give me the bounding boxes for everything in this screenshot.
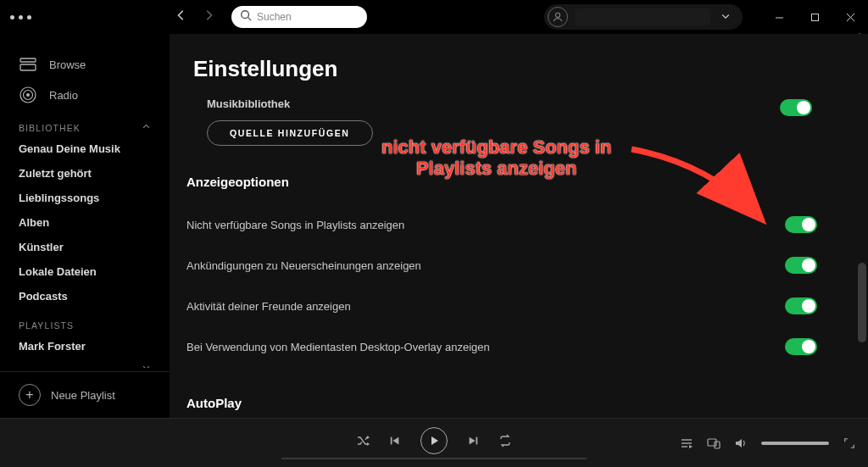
sidebar-section-playlists: PLAYLISTS (0, 309, 170, 334)
sidebar-item-liked-songs[interactable]: Lieblingssongs (0, 186, 170, 210)
section-header-autoplay: AutoPlay (186, 367, 817, 418)
sidebar-item-recently-played[interactable]: Zuletzt gehört (0, 161, 170, 186)
svg-rect-15 (476, 436, 478, 444)
repeat-button[interactable] (498, 434, 512, 448)
sidebar-playlist-item[interactable]: Mark Forster (0, 334, 170, 359)
shuffle-button[interactable] (356, 434, 370, 448)
sidebar-item-made-for-you[interactable]: Genau Deine Musik (0, 136, 170, 161)
sidebar-item-radio[interactable]: Radio (0, 80, 170, 110)
chevron-down-icon[interactable] (142, 360, 151, 368)
toggle-new-releases[interactable] (785, 257, 817, 274)
setting-row-friend-activity: Aktivität deiner Freunde anzeigen (186, 286, 817, 326)
toggle-musikbibliothek[interactable] (780, 99, 812, 116)
setting-row-unavailable-songs: Nicht verfügbare Songs in Playlists anze… (186, 204, 817, 245)
browse-icon (19, 55, 37, 74)
sidebar-item-podcasts[interactable]: Podcasts (0, 284, 170, 309)
plus-icon: + (19, 384, 41, 406)
sidebar: Browse Radio BIBLIOTHEK Genau Deine Musi… (0, 34, 170, 418)
window-minimize-button[interactable] (761, 2, 797, 32)
search-input[interactable] (257, 11, 384, 23)
svg-point-2 (555, 13, 559, 17)
fullscreen-button[interactable] (843, 436, 856, 450)
volume-slider[interactable] (761, 442, 829, 445)
scrollbar-thumb[interactable] (858, 263, 866, 342)
top-bar (0, 0, 868, 34)
sidebar-label: Radio (49, 89, 78, 102)
svg-point-0 (242, 11, 249, 19)
next-button[interactable] (466, 434, 480, 448)
progress-bar[interactable] (281, 458, 587, 459)
new-playlist-button[interactable]: + Neue Playlist (0, 372, 170, 418)
setting-label: Ankündigungen zu Neuerscheinungen anzeig… (186, 259, 421, 272)
window-close-button[interactable] (832, 2, 868, 32)
svg-marker-20 (689, 445, 693, 448)
setting-label-musikbibliothek: Musikbibliothek (186, 94, 290, 120)
svg-rect-7 (20, 58, 36, 62)
setting-label: Aktivität deiner Freunde anzeigen (186, 300, 351, 313)
section-header-display: Anzeigeoptionen (186, 146, 817, 204)
volume-button[interactable] (734, 436, 748, 450)
user-name-redacted (575, 8, 710, 25)
setting-row-desktop-overlay: Bei Verwendung von Medientasten Desktop-… (186, 326, 817, 367)
chevron-up-icon[interactable] (142, 122, 151, 133)
svg-rect-4 (811, 14, 818, 20)
window-maximize-button[interactable] (797, 2, 832, 32)
avatar-icon (548, 7, 568, 27)
svg-marker-16 (470, 436, 476, 444)
nav-back-button[interactable] (175, 9, 187, 25)
svg-rect-8 (20, 64, 36, 70)
add-source-button[interactable]: QUELLE HINZUFÜGEN (207, 120, 373, 146)
new-playlist-label: Neue Playlist (51, 389, 115, 402)
page-title: Einstellungen (186, 34, 817, 94)
svg-line-1 (248, 18, 252, 21)
toggle-desktop-overlay[interactable] (785, 338, 817, 355)
search-icon (240, 9, 252, 25)
menu-dots[interactable] (10, 15, 31, 19)
svg-marker-13 (392, 436, 398, 444)
sidebar-item-artists[interactable]: Künstler (0, 235, 170, 259)
user-menu[interactable] (544, 4, 743, 30)
settings-panel: Einstellungen Musikbibliothek QUELLE HIN… (170, 34, 868, 418)
previous-button[interactable] (388, 434, 402, 448)
chevron-down-icon (721, 9, 731, 25)
play-button[interactable] (420, 427, 448, 454)
svg-rect-12 (391, 436, 392, 444)
player-bar (0, 418, 868, 467)
search-box[interactable] (231, 6, 367, 28)
queue-button[interactable] (680, 436, 693, 450)
svg-marker-23 (736, 439, 742, 448)
svg-marker-14 (431, 436, 438, 445)
sidebar-label: Browse (49, 58, 86, 71)
sidebar-item-albums[interactable]: Alben (0, 210, 170, 235)
nav-forward-button[interactable] (203, 9, 214, 25)
setting-label: Nicht verfügbare Songs in Playlists anze… (186, 219, 404, 231)
toggle-friend-activity[interactable] (785, 297, 817, 314)
svg-rect-22 (715, 442, 720, 448)
sidebar-section-library: BIBLIOTHEK (0, 110, 170, 136)
toggle-unavailable-songs[interactable] (785, 216, 817, 233)
sidebar-item-local-files[interactable]: Lokale Dateien (0, 259, 170, 284)
sidebar-item-browse[interactable]: Browse (0, 49, 170, 80)
svg-point-9 (26, 93, 30, 97)
devices-button[interactable] (707, 436, 721, 450)
radio-icon (19, 86, 37, 104)
setting-label: Bei Verwendung von Medientasten Desktop-… (186, 341, 490, 353)
setting-row-new-releases: Ankündigungen zu Neuerscheinungen anzeig… (186, 245, 817, 286)
